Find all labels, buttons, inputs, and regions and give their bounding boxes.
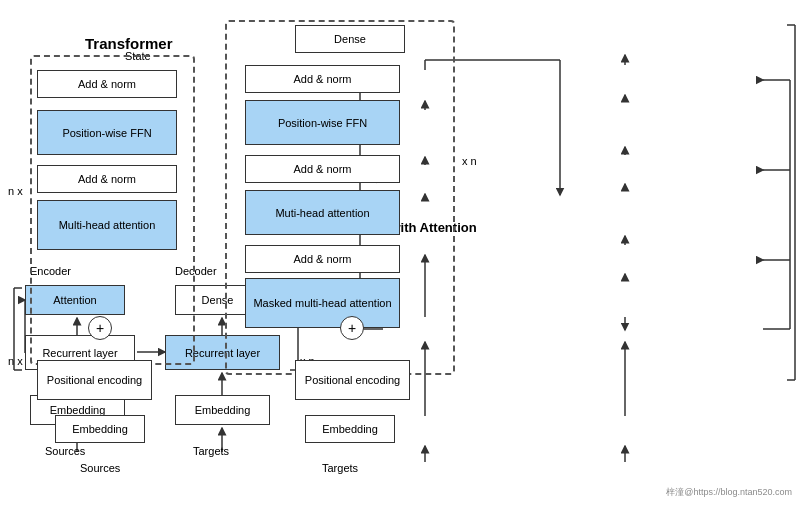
td-dense-box: Dense: [295, 25, 405, 53]
nx-label-seq2seq: n x: [8, 355, 23, 367]
te-posenc-box: Positional encoding: [37, 360, 152, 400]
te-sources-label: Sources: [80, 462, 120, 474]
td-posffn-box: Position-wise FFN: [245, 100, 400, 145]
te-plus-circle: +: [88, 316, 112, 340]
nx-label-transformer: n x: [8, 185, 23, 197]
td-targets-label: Targets: [322, 462, 358, 474]
te-posffn-box: Position-wise FFN: [37, 110, 177, 155]
dec-targets-label: Targets: [193, 445, 229, 457]
td-addnorm3-box: Add & norm: [245, 245, 400, 273]
td-embedding-box: Embedding: [305, 415, 395, 443]
td-posenc-box: Positional encoding: [295, 360, 410, 400]
td-addnorm1-box: Add & norm: [245, 65, 400, 93]
td-multihead-box: Muti-head attention: [245, 190, 400, 235]
te-multihead-box: Multi-head attention: [37, 200, 177, 250]
te-embedding-box: Embedding: [55, 415, 145, 443]
enc-sources-label: Sources: [45, 445, 85, 457]
watermark: 梓潼@https://blog.ntan520.com: [666, 486, 792, 499]
xn-label-transformer: x n: [462, 155, 477, 167]
dec-embedding-box: Embedding: [175, 395, 270, 425]
te-addnorm1-box: Add & norm: [37, 70, 177, 98]
td-plus-circle: +: [340, 316, 364, 340]
te-addnorm2-box: Add & norm: [37, 165, 177, 193]
td-addnorm2-box: Add & norm: [245, 155, 400, 183]
td-masked-box: Masked multi-head attention: [245, 278, 400, 328]
